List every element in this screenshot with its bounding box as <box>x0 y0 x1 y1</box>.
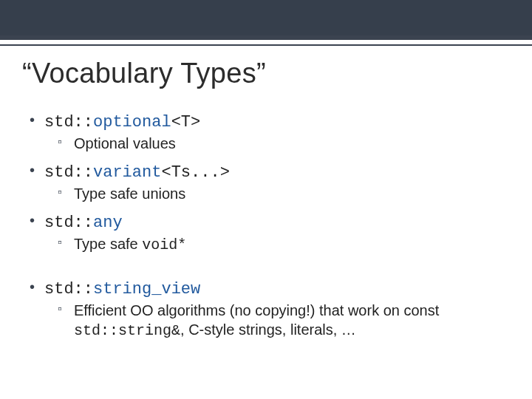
header-bar <box>0 0 532 35</box>
code-prefix: std:: <box>44 280 93 299</box>
code-name: variant <box>93 163 161 182</box>
code-suffix: <Ts...> <box>161 163 229 182</box>
code-name: optional <box>93 113 171 132</box>
code-name: string_view <box>93 280 200 299</box>
bullet-variant: std::variant<Ts...> <box>30 161 502 183</box>
code-name: any <box>93 214 123 232</box>
sub-text: Optional values <box>74 135 176 151</box>
bullet-optional: std::optional<T> <box>30 111 502 133</box>
sub-string-view: Efficient OO algorithms (no copying!) th… <box>30 301 502 340</box>
spacer <box>30 257 502 270</box>
code-suffix: <T> <box>171 113 201 132</box>
sub-code: std::string& <box>74 322 180 339</box>
header-rule-thin <box>0 44 532 46</box>
bullet-string-view: std::string_view <box>30 278 502 300</box>
bullet-any: std::any <box>30 211 502 233</box>
sub-text: Type safe unions <box>74 185 185 202</box>
sub-before: Efficient OO algorithms (no copying!) th… <box>74 302 439 318</box>
code-prefix: std:: <box>44 163 93 182</box>
code-prefix: std:: <box>44 113 93 132</box>
slide: “Vocabulary Types” std::optional<T> Opti… <box>0 0 532 399</box>
sub-after: , C-style strings, literals, … <box>180 321 356 338</box>
code-prefix: std:: <box>44 214 93 232</box>
sub-optional: Optional values <box>30 134 502 154</box>
header-rule-thick <box>0 35 532 40</box>
sub-code: void* <box>142 236 186 253</box>
slide-content: std::optional<T> Optional values std::va… <box>30 103 502 344</box>
slide-title: “Vocabulary Types” <box>22 58 266 89</box>
sub-any: Type safe void* <box>30 235 502 255</box>
sub-before: Type safe <box>74 236 142 252</box>
sub-variant: Type safe unions <box>30 185 502 204</box>
